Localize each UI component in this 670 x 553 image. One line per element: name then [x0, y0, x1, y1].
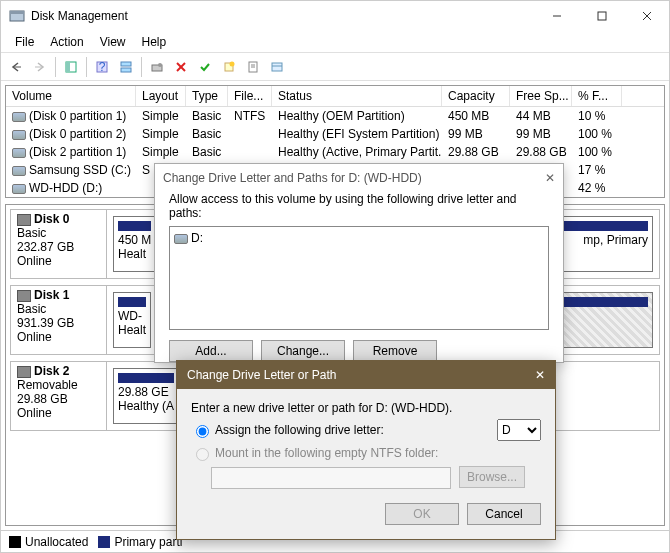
menu-help[interactable]: Help	[134, 33, 175, 51]
new-button[interactable]	[218, 56, 240, 78]
svg-rect-13	[121, 68, 131, 72]
svg-rect-1	[10, 11, 24, 14]
drive-icon	[12, 148, 26, 158]
titlebar: Disk Management	[1, 1, 669, 31]
minimize-button[interactable]	[534, 1, 579, 31]
col-capacity[interactable]: Capacity	[442, 86, 510, 106]
svg-point-15	[158, 63, 162, 67]
primary-swatch	[98, 536, 110, 548]
unallocated-swatch	[9, 536, 21, 548]
svg-point-19	[230, 61, 235, 66]
layout-button[interactable]	[115, 56, 137, 78]
svg-rect-3	[598, 12, 606, 20]
drive-icon	[174, 234, 188, 244]
forward-button[interactable]	[29, 56, 51, 78]
drive-icon	[12, 166, 26, 176]
check-button[interactable]	[194, 56, 216, 78]
back-button[interactable]	[5, 56, 27, 78]
dialog1-prompt: Allow access to this volume by using the…	[169, 192, 549, 220]
menu-view[interactable]: View	[92, 33, 134, 51]
maximize-button[interactable]	[579, 1, 624, 31]
partition[interactable]: WD-Healt	[113, 292, 151, 348]
disk-icon	[17, 214, 31, 226]
svg-rect-23	[272, 63, 282, 71]
remove-button[interactable]: Remove	[353, 340, 437, 362]
table-row[interactable]: (Disk 0 partition 1)SimpleBasicNTFSHealt…	[6, 107, 664, 125]
assign-letter-radio[interactable]	[196, 425, 209, 438]
svg-rect-12	[121, 62, 131, 66]
menu-file[interactable]: File	[7, 33, 42, 51]
menu-action[interactable]: Action	[42, 33, 91, 51]
cancel-button[interactable]: Cancel	[467, 503, 541, 525]
browse-button: Browse...	[459, 466, 525, 488]
dialog1-close-icon[interactable]: ✕	[545, 171, 555, 185]
change-button[interactable]: Change...	[261, 340, 345, 362]
drive-letter-select[interactable]: D	[497, 419, 541, 441]
change-paths-dialog: Change Drive Letter and Paths for D: (WD…	[154, 163, 564, 363]
col-percent[interactable]: % F...	[572, 86, 622, 106]
table-row[interactable]: (Disk 2 partition 1)SimpleBasicHealthy (…	[6, 143, 664, 161]
folder-path-input	[211, 467, 451, 489]
partition[interactable]: 29.88 GEHealthy (A	[113, 368, 179, 424]
disk-icon	[17, 366, 31, 378]
dialog2-prompt: Enter a new drive letter or path for D: …	[191, 401, 541, 415]
settings-button[interactable]	[146, 56, 168, 78]
change-letter-dialog: Change Drive Letter or Path ✕ Enter a ne…	[176, 360, 556, 540]
drive-icon	[12, 130, 26, 140]
list-button[interactable]	[266, 56, 288, 78]
toolbar: ?	[1, 53, 669, 81]
col-layout[interactable]: Layout	[136, 86, 186, 106]
help-button[interactable]: ?	[91, 56, 113, 78]
dialog2-title: Change Drive Letter or Path	[187, 368, 336, 382]
window-title: Disk Management	[31, 9, 534, 23]
add-button[interactable]: Add...	[169, 340, 253, 362]
svg-rect-9	[66, 62, 70, 72]
delete-button[interactable]	[170, 56, 192, 78]
col-fs[interactable]: File...	[228, 86, 272, 106]
drive-icon	[12, 112, 26, 122]
app-icon	[9, 8, 25, 24]
col-free[interactable]: Free Sp...	[510, 86, 572, 106]
dialog1-title: Change Drive Letter and Paths for D: (WD…	[163, 171, 422, 185]
col-volume[interactable]: Volume	[6, 86, 136, 106]
paths-listbox[interactable]: D:	[169, 226, 549, 330]
col-status[interactable]: Status	[272, 86, 442, 106]
menubar: File Action View Help	[1, 31, 669, 53]
table-row[interactable]: (Disk 0 partition 2)SimpleBasicHealthy (…	[6, 125, 664, 143]
view-button[interactable]	[60, 56, 82, 78]
ok-button[interactable]: OK	[385, 503, 459, 525]
svg-text:?: ?	[99, 60, 106, 74]
mount-folder-radio	[196, 448, 209, 461]
dialog2-close-icon[interactable]: ✕	[535, 368, 545, 382]
close-button[interactable]	[624, 1, 669, 31]
disk-icon	[17, 290, 31, 302]
col-type[interactable]: Type	[186, 86, 228, 106]
properties-button[interactable]	[242, 56, 264, 78]
drive-icon	[12, 184, 26, 194]
partition[interactable]: 450 MHealt	[113, 216, 156, 272]
